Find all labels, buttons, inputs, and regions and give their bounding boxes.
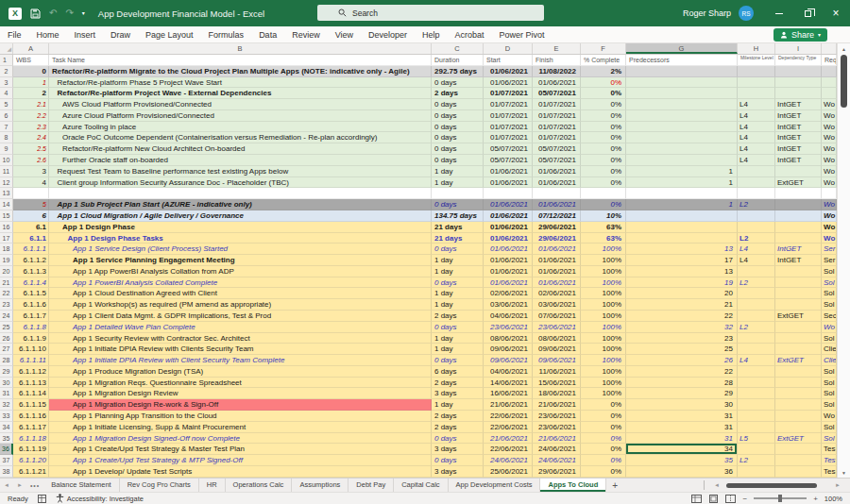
cell-dep[interactable] xyxy=(775,166,822,177)
cell-pred[interactable]: 26 xyxy=(626,355,738,366)
cell-fin[interactable]: 29/06/2021 xyxy=(533,222,581,233)
cell-pred[interactable]: 25 xyxy=(626,344,738,355)
column-header-clipped[interactable] xyxy=(822,43,837,54)
cell-pred[interactable]: 1 xyxy=(626,166,738,177)
cell-req[interactable]: Wo xyxy=(822,177,837,189)
cell-dep[interactable]: ExtGET xyxy=(775,355,822,366)
cell-req[interactable]: Wo xyxy=(822,233,837,244)
cell-wbs[interactable]: 6.1.1.5 xyxy=(13,288,49,299)
cell-pct[interactable]: 10% xyxy=(581,210,626,222)
cell-fin[interactable]: 29/06/2021 xyxy=(533,466,581,478)
cell-fin[interactable]: 24/06/2021 xyxy=(533,455,581,466)
add-sheet-button[interactable]: + xyxy=(606,480,623,491)
cell-dep[interactable] xyxy=(775,344,822,355)
cell-pct[interactable]: 0% xyxy=(581,77,626,89)
minimize-button[interactable] xyxy=(765,0,793,26)
cell-dur[interactable]: 0 days xyxy=(432,355,484,366)
cell-dep[interactable] xyxy=(775,378,822,389)
cell-req[interactable]: Sol xyxy=(822,378,837,389)
cell-task[interactable]: App 1 Detailed Wave Plan Complete xyxy=(49,322,432,333)
cell-req[interactable]: Wo xyxy=(822,155,837,166)
cell-dep[interactable] xyxy=(775,399,822,411)
accessibility-status[interactable]: Accessibility: Investigate xyxy=(67,495,144,503)
cell-dur[interactable]: 1 day xyxy=(432,255,484,266)
cell-fin[interactable]: 11/08/2022 xyxy=(533,66,581,77)
search-input[interactable]: Search xyxy=(317,5,544,21)
cell-pct[interactable]: 100% xyxy=(581,322,626,333)
cell-req[interactable]: Sol xyxy=(822,366,837,378)
cell-task[interactable]: Refactor/Re-platform Project Wave - Exte… xyxy=(49,88,432,99)
ribbon-tab-view[interactable]: View xyxy=(328,30,361,40)
cell-task[interactable]: App 1 Cloud Migration / Agile Delivery /… xyxy=(49,210,432,222)
vertical-scrollbar-thumb[interactable] xyxy=(841,55,847,108)
row-number[interactable]: 17 xyxy=(0,233,13,244)
cell-lvl[interactable] xyxy=(738,288,775,299)
cell-lvl[interactable] xyxy=(738,311,775,322)
qat-customize-chevron-icon[interactable]: ▾ xyxy=(82,10,85,16)
cell-wbs[interactable]: 6.1 xyxy=(13,222,49,233)
cell-dur[interactable]: 0 days xyxy=(432,322,484,333)
cell-task[interactable]: Refactor/Re-platform Migrate to the Clou… xyxy=(49,66,432,77)
cell-fin[interactable] xyxy=(533,188,581,199)
cell-lvl[interactable]: L5 xyxy=(738,433,775,445)
cell-req[interactable]: Wo xyxy=(822,122,837,133)
cell-dep[interactable] xyxy=(775,411,822,422)
cell-pred[interactable]: 1 xyxy=(626,177,738,189)
cell-wbs[interactable]: 1 xyxy=(13,77,49,89)
cell-fin[interactable]: 05/07/2021 xyxy=(533,143,581,155)
cell-dur[interactable]: 2 days xyxy=(432,88,484,99)
page-break-view-icon[interactable] xyxy=(725,495,736,503)
ribbon-tab-home[interactable]: Home xyxy=(29,30,67,40)
cell-fin[interactable]: 07/06/2021 xyxy=(533,311,581,322)
cell-lvl[interactable]: L4 xyxy=(738,143,775,155)
select-all-corner[interactable]: ◢ xyxy=(0,43,13,54)
zoom-out-button[interactable]: − xyxy=(742,495,747,503)
row-number[interactable]: 18 xyxy=(0,244,13,255)
row-number[interactable]: 2 xyxy=(0,66,13,77)
cell-wbs[interactable]: 6.1.1.7 xyxy=(13,311,49,322)
cell-pct[interactable]: 0% xyxy=(581,199,626,210)
cell-pct[interactable]: 0% xyxy=(581,422,626,433)
column-header-F[interactable]: F xyxy=(581,43,626,54)
sheet-tab-capital-calc[interactable]: Capital Calc xyxy=(394,479,448,492)
column-header-B[interactable]: B xyxy=(49,43,432,54)
cell-dur[interactable]: 0 days xyxy=(432,199,484,210)
row-number[interactable]: 33 xyxy=(0,411,13,422)
cell-task[interactable]: App 1 Security Review with Contractor Se… xyxy=(49,333,432,344)
cell-fin[interactable]: 23/06/2021 xyxy=(533,422,581,433)
cell-lvl[interactable] xyxy=(738,177,775,189)
cell-pred[interactable]: 22 xyxy=(626,366,738,378)
row-number[interactable]: 16 xyxy=(0,222,13,233)
cell-wbs[interactable]: 6.1.1.11 xyxy=(13,355,49,366)
cell-req[interactable]: Sol xyxy=(822,299,837,311)
cell-req[interactable]: Wo xyxy=(822,210,837,222)
cell-wbs[interactable]: 6.1.1.13 xyxy=(13,378,49,389)
cell-dur[interactable]: 1 day xyxy=(432,288,484,299)
account-name[interactable]: Roger Sharp xyxy=(683,8,731,18)
cell-start[interactable]: 14/06/2021 xyxy=(484,378,533,389)
row-number[interactable]: 36 xyxy=(0,444,13,455)
cell-lvl[interactable] xyxy=(738,166,775,177)
cell-pct[interactable]: 100% xyxy=(581,255,626,266)
cell-fin[interactable]: 23/06/2021 xyxy=(533,322,581,333)
cell-dep[interactable]: IntGET xyxy=(775,143,822,155)
cell-task[interactable]: App 1 Initiate Licensing, Supp & Maint P… xyxy=(49,422,432,433)
redo-icon[interactable]: ↷ xyxy=(65,8,73,18)
cell-dur[interactable]: 2 days xyxy=(432,411,484,422)
cell-pct[interactable]: 0% xyxy=(581,132,626,143)
cell-start[interactable]: Start xyxy=(484,55,533,66)
cell-dur[interactable]: 1 day xyxy=(432,333,484,344)
cell-pct[interactable]: 0% xyxy=(581,122,626,133)
row-number[interactable]: 15 xyxy=(0,210,13,222)
cell-wbs[interactable]: 6.1.1.16 xyxy=(13,411,49,422)
cell-task[interactable]: Client group Information Security Assura… xyxy=(49,177,432,189)
cell-pct[interactable]: 100% xyxy=(581,277,626,289)
cell-wbs[interactable]: 2.4 xyxy=(13,132,49,143)
cell-dur[interactable]: 2 days xyxy=(432,378,484,389)
cell-fin[interactable]: 01/06/2021 xyxy=(533,277,581,289)
cell-dur[interactable]: 0 days xyxy=(432,455,484,466)
cell-task[interactable]: App 1 Service Planning Engagement Meetin… xyxy=(49,255,432,266)
cell-req[interactable]: Tes xyxy=(822,466,837,478)
cell-pred[interactable]: 34 xyxy=(626,444,738,455)
sheet-prev-icon[interactable]: ◄ xyxy=(0,482,13,488)
